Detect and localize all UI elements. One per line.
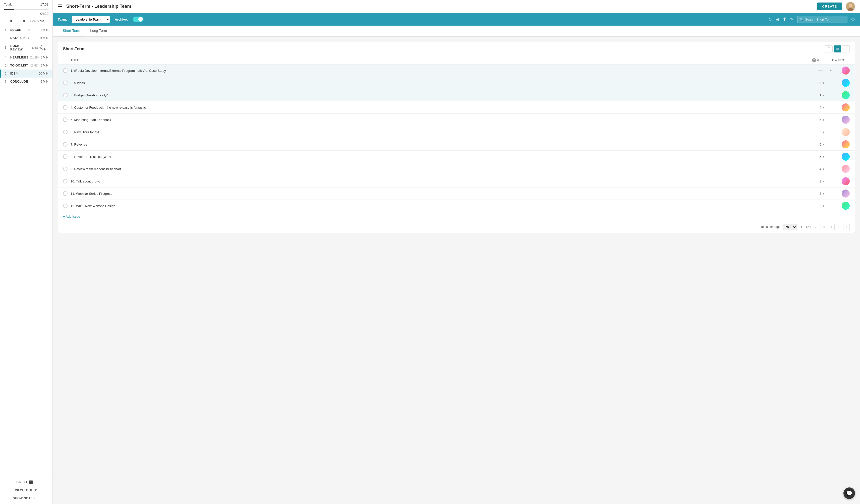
owner-avatar[interactable]: [842, 165, 850, 173]
table-row[interactable]: 4. Customer Feedback - the new release i…: [58, 101, 855, 114]
owner-avatar[interactable]: [842, 153, 850, 161]
owner-avatar[interactable]: [842, 67, 850, 74]
table-row[interactable]: 5. Marketing Plan Feedback 5▼: [58, 114, 855, 126]
next-page-button[interactable]: ›: [836, 224, 842, 230]
edit-icon[interactable]: ✎: [790, 17, 794, 22]
team-selector[interactable]: Leadership Team: [72, 16, 110, 23]
issue-left: 7. Revenue: [63, 142, 812, 147]
score-dropdown[interactable]: ▼: [822, 155, 825, 158]
total-time: 17:59: [40, 2, 48, 6]
score-dropdown[interactable]: ▼: [822, 192, 825, 195]
search-input[interactable]: [797, 16, 847, 23]
score-dropdown[interactable]: ▼: [822, 82, 825, 84]
issue-checkbox[interactable]: [63, 204, 68, 208]
table-row[interactable]: 7. Revenue 5▼: [58, 138, 855, 150]
last-page-button[interactable]: »: [843, 224, 850, 230]
items-per-page-select[interactable]: 50 25 100: [783, 224, 797, 230]
tab-long-term[interactable]: Long-Term: [85, 26, 112, 37]
issue-checkbox[interactable]: [63, 105, 68, 110]
owner-avatar[interactable]: [842, 177, 850, 185]
prev-page-button[interactable]: ‹: [828, 224, 835, 230]
agenda-item-conclude[interactable]: 7. CONCLUDE 5 MIN: [0, 77, 53, 86]
score-value: 1: [819, 93, 821, 97]
owner-avatar[interactable]: [842, 202, 850, 210]
agenda-item-rock-review[interactable]: 3. ROCK REVIEW (03:17) 5 MIN: [0, 42, 53, 54]
agenda-item-to-do-list[interactable]: 5. TO-DO LIST (03:52) 5 MIN: [0, 61, 53, 70]
agenda-item-duration: 5 MIN: [40, 36, 48, 40]
upload-icon[interactable]: ⬆: [783, 17, 786, 22]
score-dropdown[interactable]: ▼: [822, 118, 825, 121]
agenda-item-headlines[interactable]: 4. HEADLINES (01:55) 5 MIN: [0, 54, 53, 61]
agenda-item-time: (03:52): [30, 64, 39, 67]
archive-label: Archive:: [115, 17, 128, 21]
owner-avatar[interactable]: [842, 189, 850, 198]
table-row[interactable]: 10. Talk about growth 3▼: [58, 175, 855, 187]
skip-forward-button[interactable]: ⏭: [23, 18, 27, 23]
owner-avatar[interactable]: [842, 128, 850, 136]
score-dropdown[interactable]: ▼: [830, 69, 832, 72]
table-row[interactable]: 6. New Hires for Q4 5▼: [58, 126, 855, 138]
help-icon[interactable]: ?: [812, 58, 816, 62]
issue-checkbox[interactable]: [63, 167, 68, 171]
tab-short-term[interactable]: Short-Term: [58, 26, 85, 37]
tile-view-button[interactable]: ⊟: [842, 45, 850, 53]
table-row[interactable]: 11. Webinar Series Progress 3▼: [58, 187, 855, 200]
create-button[interactable]: CREATE: [817, 2, 842, 10]
issue-checkbox[interactable]: [63, 142, 68, 147]
agenda-item-left: 3. ROCK REVIEW (03:17): [5, 44, 41, 51]
table-row[interactable]: 9. Review team responsibility chart 4▼: [58, 163, 855, 175]
score-dropdown[interactable]: ▼: [822, 168, 825, 170]
topbar: ☰ Short-Term - Leadership Team CREATE: [53, 0, 860, 13]
agenda-item-ids™[interactable]: 6. IDS™ 60 MIN: [0, 70, 53, 77]
first-page-button[interactable]: «: [821, 224, 827, 230]
score-dropdown[interactable]: ▼: [822, 143, 825, 146]
issue-checkbox[interactable]: [63, 191, 68, 196]
calendar-icon[interactable]: ⊞: [775, 17, 779, 22]
agenda-item-name: SEGUE: [10, 28, 22, 32]
owner-avatar[interactable]: [842, 140, 850, 148]
archive-toggle[interactable]: [133, 17, 143, 22]
finish-button[interactable]: FINISH ⬛→: [4, 479, 48, 485]
table-row[interactable]: 12. WIP - New Website Design 3▼: [58, 200, 855, 212]
menu-icon[interactable]: ☰: [58, 3, 62, 10]
score-dropdown[interactable]: ▼: [822, 94, 825, 97]
add-issue-button[interactable]: + Add Issue: [58, 212, 855, 221]
issue-checkbox[interactable]: [63, 93, 68, 97]
owner-avatar[interactable]: [842, 116, 850, 124]
agenda-item-segue[interactable]: 1. SEGUE (01:04) 1 MIN: [0, 26, 53, 34]
table-row[interactable]: 1. (Rock) Develop Internal/External Prog…: [58, 64, 855, 77]
show-notes-button[interactable]: SHOW NOTES ☰: [4, 495, 48, 501]
refresh-icon[interactable]: ↻: [768, 17, 772, 22]
score-dropdown[interactable]: ▼: [822, 204, 825, 207]
toggle-slider[interactable]: [133, 17, 143, 22]
issue-checkbox[interactable]: [63, 179, 68, 184]
table-row[interactable]: 2. 5 Ideas 5▼: [58, 77, 855, 89]
table-row[interactable]: 3. Budget Question for Q4 1▼: [58, 89, 855, 101]
issue-checkbox[interactable]: [63, 81, 68, 85]
owner-avatar[interactable]: [842, 91, 850, 99]
skip-back-button[interactable]: ⏮: [9, 18, 13, 23]
issue-checkbox[interactable]: [63, 68, 68, 73]
issue-checkbox[interactable]: [63, 154, 68, 159]
settings-icon[interactable]: ⚙: [851, 17, 855, 22]
agenda-item-name: TO-DO LIST: [10, 64, 28, 67]
score-dropdown[interactable]: ▼: [822, 106, 825, 109]
score-dropdown[interactable]: ▼: [822, 180, 825, 183]
score-dropdown[interactable]: ▼: [822, 131, 825, 133]
chat-bubble[interactable]: 💬: [843, 487, 855, 499]
view-tool-button[interactable]: VIEW TOOL ⊙: [4, 487, 48, 493]
issue-owner: [832, 116, 850, 124]
owner-avatar[interactable]: [842, 103, 850, 112]
grid-view-button[interactable]: ⊞: [834, 45, 841, 53]
suspend-button[interactable]: SUSPEND: [30, 19, 44, 22]
issue-checkbox[interactable]: [63, 130, 68, 134]
pause-button[interactable]: ⏸: [16, 18, 19, 23]
list-view-button[interactable]: ☰: [825, 45, 833, 53]
items-per-page-label: Items per page:: [760, 225, 781, 229]
issue-checkbox[interactable]: [63, 117, 68, 122]
table-row[interactable]: 8. Revenue - Discuss (WIP) 5▼: [58, 150, 855, 163]
owner-avatar[interactable]: [842, 79, 850, 87]
agenda-item-time: (03:17): [32, 46, 41, 49]
user-avatar[interactable]: [846, 2, 855, 11]
agenda-item-data[interactable]: 2. DATA (03:31) 5 MIN: [0, 34, 53, 42]
